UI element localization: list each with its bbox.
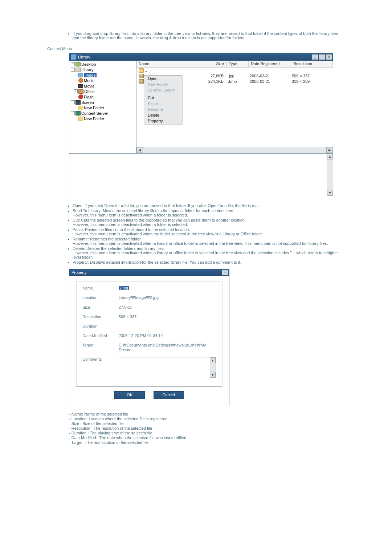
property-title-text: Property [72,270,87,275]
menu-new-folder: New Folder [144,81,182,87]
list-cell: 27,8KB [199,74,226,78]
tree-office[interactable]: + Office [71,89,135,94]
menu-paste: Paste [144,101,182,106]
close-button[interactable]: × [222,270,228,275]
collapse-icon[interactable]: − [71,68,75,72]
image-file-icon [139,79,144,84]
bullet-property: Property: Displays detailed information … [73,260,345,264]
col-date[interactable]: Date Registered [249,61,291,67]
tree-image[interactable]: Image [71,72,135,78]
expand-icon[interactable]: + [71,62,75,66]
scroll-right-icon[interactable]: ▶ [326,147,333,153]
comments-textarea[interactable]: ▲ ▼ [119,357,216,378]
list-cell: .bmp [226,79,248,84]
horizontal-scrollbar[interactable]: ◀ ▶ [136,147,333,153]
scroll-left-icon[interactable]: ◀ [136,147,143,153]
list-row-up[interactable]: .. [136,68,333,73]
tree-label: Movie [84,84,94,88]
list-cell: 2008-03-21 [248,79,290,84]
context-menu: Open New Folder Send to Library Cut Past… [144,75,182,124]
tree-pane: + Desktop − Library Image Music [69,61,136,153]
cancel-button[interactable]: Cancel [154,391,184,399]
intro-bullet: If you drag and drop library files into … [73,31,345,40]
def-duration: - Duration : The playing time of the sel… [69,431,323,435]
menu-separator [146,94,180,94]
col-type[interactable]: Type [226,61,249,67]
tree-new-folder[interactable]: New Folder [71,116,135,121]
list-pane: Name Size Type Date Registered Resolutio… [136,61,333,153]
tree-label: Flash [84,95,94,99]
field-definitions: - Name: Name of the selected file - Loca… [69,412,323,445]
menu-cut[interactable]: Cut [144,95,182,101]
scroll-up-icon[interactable]: ▲ [210,357,216,363]
label-name: Name [82,286,119,290]
label-date-modified: Date Modified [82,333,119,338]
tree-label: Office [84,89,95,94]
menu-property[interactable]: Property [144,118,182,124]
tree-flash[interactable]: Flash [71,94,135,100]
maximize-button[interactable]: □ [319,54,325,60]
tree-label: Desktop [81,62,96,66]
library-window: Library _ □ × + Desktop − Library [69,53,333,196]
tree-label: Content Server [81,111,108,116]
value-resolution: 506 × 337 [119,315,216,319]
label-resolution: Resolution [82,315,119,319]
tree-screen[interactable]: − Screen [71,100,135,105]
minimize-button[interactable]: _ [312,54,318,60]
col-size[interactable]: Size [199,61,226,67]
list-cell: .jpg [226,74,248,78]
list-cell: 2008-03-21 [248,74,290,78]
bullet-rename: Rename: Renames the selected folder. How… [73,237,345,246]
bullet-delete: Delete: Deletes the selected folders and… [73,246,345,259]
bullet-paste: Paste: Pastes the files cut to the clipb… [73,227,345,236]
def-date-modified: - Date Modified : The date when the sele… [69,436,323,440]
section-heading: Context Menu [47,44,392,53]
property-dialog: Property × Name 2.jpg Location Library₩I… [69,269,229,406]
menu-rename: Rename [144,106,182,112]
close-button[interactable]: × [326,54,332,60]
def-target: - Target : The real location of the sele… [69,440,323,445]
image-file-icon [139,74,144,78]
library-titlebar: Library _ □ × [69,53,333,61]
menu-delete[interactable]: Delete [144,112,182,118]
tree-new-folder[interactable]: New Folder [71,105,135,110]
value-name: 2.jpg [119,286,129,290]
collapse-icon[interactable]: − [71,100,75,104]
list-cell: 319 × 239 [290,79,333,84]
up-folder-icon [139,68,144,73]
tree-label: Screen [81,100,94,105]
scroll-up-icon[interactable]: ▲ [327,154,333,159]
tree-label-selected: Image [84,73,97,77]
tree-movie[interactable]: Movie [71,83,135,89]
def-size: - Size : Size of the selected file [69,421,323,426]
tree-desktop[interactable]: + Desktop [71,61,135,67]
menu-open[interactable]: Open [144,76,182,81]
tree-label: New Folder [84,106,104,110]
tree-label: New Folder [84,117,104,121]
label-size: Size [82,305,119,309]
menu-send-to-library: Send to Library [144,87,182,93]
col-name[interactable]: Name [136,61,199,67]
expand-icon[interactable]: + [74,89,78,93]
col-res[interactable]: Resolution [291,61,333,67]
tree-content-server[interactable]: − Content Server [71,110,135,116]
tree-library[interactable]: − Library [71,67,135,72]
description-list: Open: If you click Open for a folder, yo… [69,203,345,264]
vertical-scrollbar[interactable]: ▲ ▼ [327,154,333,196]
value-location: Library₩Image₩2.jpg [119,295,216,300]
scroll-down-icon[interactable]: ▼ [327,190,333,196]
list-cell: 224,1KB [199,79,226,84]
bullet-cut: Cut: Cuts the selected screen files to t… [73,218,345,227]
label-comments: Comments [82,357,119,361]
list-cell: .. [145,68,147,73]
label-target: Target [82,343,119,347]
collapse-icon[interactable]: − [71,111,75,115]
def-name: - Name: Name of the selected file [69,412,323,416]
label-duration: Duration [82,324,119,328]
def-resolution: - Resolution : The resolution of the sel… [69,426,323,430]
ok-button[interactable]: OK [114,391,145,399]
scroll-down-icon[interactable]: ▼ [210,372,216,378]
tree-music[interactable]: Music [71,78,135,83]
bullet-open: Open: If you click Open for a folder, yo… [73,203,345,208]
vertical-scrollbar[interactable]: ▲ ▼ [210,357,216,378]
